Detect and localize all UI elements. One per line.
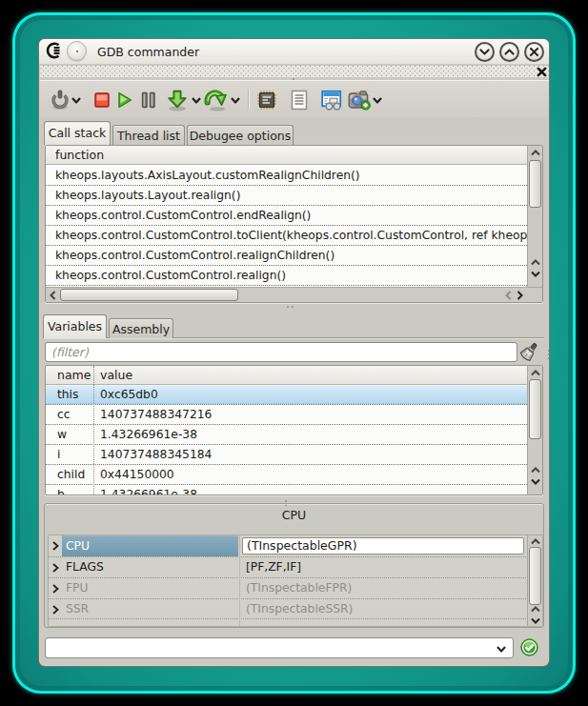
variable-row[interactable]: cc 140737488347216 [46,405,527,425]
variable-row[interactable]: i 140737488345184 [46,445,527,465]
scroll-up-arrow2[interactable] [528,604,543,615]
cpu-row[interactable]: FLAGS [PF,ZF,IF] [49,556,526,577]
callstack-row[interactable]: kheops.layouts.Layout.realign() [46,186,527,206]
pause-button[interactable] [139,88,158,111]
chevron-down-icon [530,270,541,278]
disassembly-button[interactable] [288,88,311,111]
callstack-row[interactable]: kheops.control.CustomControl.realignChil… [46,246,527,266]
register-group-value: [PF,ZF,IF] [246,557,301,576]
tab-debugee-options[interactable]: Debugee options [187,125,294,145]
scroll-down-arrow[interactable] [528,269,543,279]
scroll-left-arrow2[interactable] [502,288,514,302]
step-over-button[interactable] [204,88,229,111]
scroll-thumb[interactable] [529,160,541,208]
command-combobox[interactable] [45,637,514,658]
chevron-down-icon [475,42,495,62]
chevron-up-icon [499,42,519,62]
variable-value: 1.43266961e-38 [100,425,197,444]
column-value[interactable]: value [100,366,132,384]
scroll-down-arrow[interactable] [528,476,543,487]
column-name[interactable]: name [57,366,91,384]
branch-expand-icon[interactable] [51,562,60,574]
cpu-row[interactable]: CPU (TInspectableGPR) [49,535,526,556]
splitter-handle[interactable] [287,306,294,308]
frame-function: kheops.control.CustomControl.realignChil… [55,246,335,265]
stop-button[interactable] [93,88,111,111]
callstack-hscrollbar[interactable] [46,287,542,302]
callstack-row[interactable]: kheops.control.CustomControl.endRealign(… [46,206,527,226]
maximize-button[interactable] [499,42,519,62]
cpu-groupbox: CPU CPU (TInspectableGPR) FLAGS [PF,ZF,I… [44,503,544,628]
cpu-row[interactable]: SSR (TInspectableSSR) [49,598,526,619]
step-into-button[interactable] [165,88,190,111]
callstack-row[interactable]: kheops.layouts.AxisLayout.customRealignC… [46,166,527,186]
scroll-right-arrow[interactable] [514,288,525,302]
branch-expand-icon[interactable] [51,604,60,615]
variable-value: 1.43266961e-38 [100,485,197,495]
scroll-up-arrow[interactable] [528,536,543,546]
registers-button[interactable] [255,88,278,111]
confirm-command-button[interactable] [520,638,538,656]
scroll-thumb[interactable] [529,547,541,605]
callstack-row[interactable]: kheops.control.CustomControl.realign() [46,266,527,286]
titlebar[interactable]: GDB commander [39,39,549,65]
cpu-vscrollbar[interactable] [527,535,542,626]
scroll-thumb[interactable] [529,379,541,439]
clear-filter-button[interactable] [519,342,538,362]
callstack-vscrollbar[interactable] [527,146,542,288]
snapshot-button[interactable] [347,88,372,111]
variables-vscrollbar[interactable] [527,366,542,494]
branch-expand-icon[interactable] [51,583,60,595]
scroll-up-arrow[interactable] [528,147,543,159]
scroll-up-arrow2[interactable] [528,257,543,268]
snapshot-dropdown[interactable] [372,88,383,111]
tab-variables[interactable]: Variables [43,314,107,338]
scroll-up-arrow2[interactable] [528,465,543,475]
variable-row[interactable]: w 1.43266961e-38 [46,425,527,445]
tab-thread-list[interactable]: Thread list [112,125,185,145]
scroll-thumb[interactable] [60,289,238,301]
tab-assembly[interactable]: Assembly [109,318,173,338]
power-icon [50,89,71,111]
tab-label: Thread list [117,129,180,143]
dock-titlebar[interactable] [40,66,550,77]
dock-splitter-handle[interactable] [548,350,550,359]
step-into-dropdown[interactable] [191,88,202,111]
window-menu-button[interactable] [67,41,87,61]
callstack-header[interactable]: function [46,146,542,165]
dock-close-button[interactable] [536,66,548,78]
branch-expand-icon[interactable] [51,540,60,552]
watch-button[interactable] [320,88,343,111]
brush-icon [519,342,538,362]
variable-row[interactable]: b 1.43266961e-38 [46,485,527,495]
debug-toolbar [40,80,550,117]
variable-row[interactable]: this 0xc65db0 [46,385,527,405]
variables-table: name value this 0xc65db0 cc 140737488347… [45,365,543,495]
frame-function: kheops.control.CustomControl.toClient(kh… [55,226,527,245]
register-group-value-field[interactable]: (TInspectableGPR) [242,537,524,555]
scroll-down-arrow[interactable] [528,615,543,626]
variable-value: 140737488347216 [100,405,212,424]
power-button[interactable] [50,88,71,111]
filter-input[interactable]: (filter) [45,342,517,362]
variable-row[interactable]: child 0x44150000 [46,465,527,485]
variables-header[interactable]: name value [46,366,542,385]
variable-name: w [57,425,67,444]
tab-call-stack[interactable]: Call stack [44,121,111,145]
chevron-down-icon [496,643,507,655]
green-curved-arrow-icon [204,88,229,112]
scroll-up-arrow[interactable] [528,367,543,378]
run-button[interactable] [115,88,134,111]
register-group-value: (TInspectableSSR) [246,599,353,618]
chevron-up-icon [530,369,541,377]
scroll-left-arrow[interactable] [47,288,58,302]
desktop: GDB commander [0,0,588,706]
close-button[interactable] [524,42,544,62]
power-dropdown[interactable] [71,88,82,111]
callstack-row[interactable]: kheops.control.CustomControl.toClient(kh… [46,226,527,246]
variable-value: 140737488345184 [100,445,212,464]
step-over-dropdown[interactable] [230,88,241,111]
column-function[interactable]: function [55,146,104,164]
shade-button[interactable] [475,42,495,62]
cpu-row[interactable]: FPU (TInspectableFPR) [49,577,526,598]
